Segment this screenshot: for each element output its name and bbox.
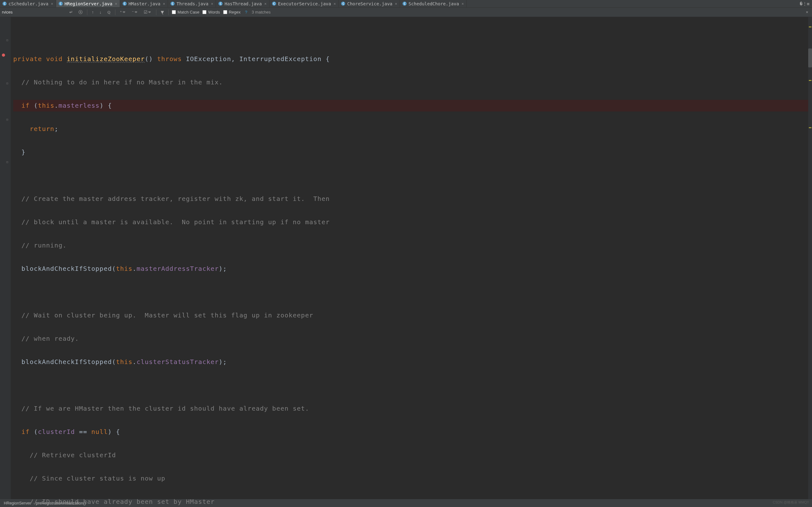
class-icon: C [403, 2, 407, 6]
tab-hregionserver[interactable]: C HRegionServer.java × [56, 0, 120, 7]
tabs-overflow-icon[interactable]: �⋮≡ [797, 1, 812, 6]
tab-choreservice[interactable]: C ChoreService.java × [339, 0, 400, 7]
tab-threads[interactable]: C Threads.java × [168, 0, 216, 7]
breakpoint-marker[interactable] [2, 54, 5, 57]
tab-scheduledchore[interactable]: C ScheduledChore.java × [400, 0, 466, 7]
find-input[interactable] [2, 10, 65, 14]
clear-find-icon[interactable]: ⓧ [77, 9, 84, 15]
filter-icon[interactable]: ▼̩ [159, 10, 165, 14]
close-icon[interactable]: × [211, 2, 213, 6]
fold-icon[interactable]: ⊟ [6, 39, 9, 42]
separator [115, 9, 115, 15]
close-icon[interactable]: × [461, 2, 464, 6]
gutter[interactable]: ⊟ ⊟ ⊟ ⊟ [0, 17, 11, 499]
tab-label: Threads.java [176, 1, 208, 6]
tab-cscheduler[interactable]: C cScheduler.java × [0, 0, 56, 7]
tab-label: ChoreService.java [347, 1, 392, 6]
editor-area: ⊟ ⊟ ⊟ ⊟ private void initializeZooKeeper… [0, 17, 812, 499]
tab-executorservice[interactable]: C ExecutorService.java × [269, 0, 339, 7]
fold-icon[interactable]: ⊟ [6, 160, 9, 163]
watermark: CSDN @格格巫 MMQ!! [773, 500, 809, 505]
class-icon: C [218, 2, 222, 6]
find-history-icon[interactable]: ↵ [68, 10, 74, 14]
scrollbar-thumb[interactable] [808, 49, 812, 67]
next-match-icon[interactable]: ↓ [98, 10, 103, 14]
close-find-icon[interactable]: × [806, 10, 810, 14]
tab-label: HMaster.java [129, 1, 160, 6]
close-icon[interactable]: × [395, 2, 397, 6]
tab-label: ExecutorService.java [278, 1, 331, 6]
close-icon[interactable]: × [264, 2, 266, 6]
match-case-checkbox[interactable]: Match Case [172, 10, 199, 14]
tab-label: cScheduler.java [8, 1, 48, 6]
fold-icon[interactable]: ⊟ [6, 118, 9, 121]
close-icon[interactable]: × [115, 2, 117, 6]
select-all-icon[interactable]: ☑⫧ [143, 10, 153, 14]
editor-tabs-bar: C cScheduler.java × C HRegionServer.java… [0, 0, 812, 8]
prev-match-icon[interactable]: ↑ [91, 10, 95, 14]
class-icon: C [3, 2, 7, 6]
select-all-matches-icon[interactable]: ⊙̤ [106, 10, 112, 14]
match-count: 3 matches [252, 10, 271, 14]
class-icon: C [170, 2, 174, 6]
separator [87, 9, 87, 15]
tab-label: HRegionServer.java [65, 1, 112, 6]
fold-icon[interactable]: ⊟ [6, 81, 9, 85]
find-bar: ↵ ⓧ ↑ ↓ ⊙̤ ⁺⫧ ⁻⫧ ☑⫧ ▼̩ Match Case Words … [0, 8, 812, 17]
tab-hasthread[interactable]: C HasThread.java × [216, 0, 269, 7]
add-selection-icon[interactable]: ⁺⫧ [118, 10, 128, 14]
close-icon[interactable]: × [163, 2, 165, 6]
class-icon: C [341, 2, 345, 6]
remove-selection-icon[interactable]: ⁻⫧ [131, 10, 139, 14]
help-icon[interactable]: ? [244, 10, 248, 14]
class-icon: C [122, 2, 127, 6]
tab-label: ScheduledChore.java [409, 1, 459, 6]
regex-checkbox[interactable]: Regex [223, 10, 241, 14]
editor-scrollbar[interactable] [808, 17, 812, 499]
separator [168, 9, 169, 15]
separator [156, 9, 156, 15]
close-icon[interactable]: × [51, 2, 53, 6]
code-editor[interactable]: private void initializeZooKeeper() throw… [11, 17, 808, 499]
class-icon: C [59, 2, 63, 6]
tab-hmaster[interactable]: C HMaster.java × [120, 0, 168, 7]
class-icon: C [272, 2, 276, 6]
tab-label: HasThread.java [224, 1, 262, 6]
words-checkbox[interactable]: Words [202, 10, 220, 14]
close-icon[interactable]: × [334, 2, 336, 6]
